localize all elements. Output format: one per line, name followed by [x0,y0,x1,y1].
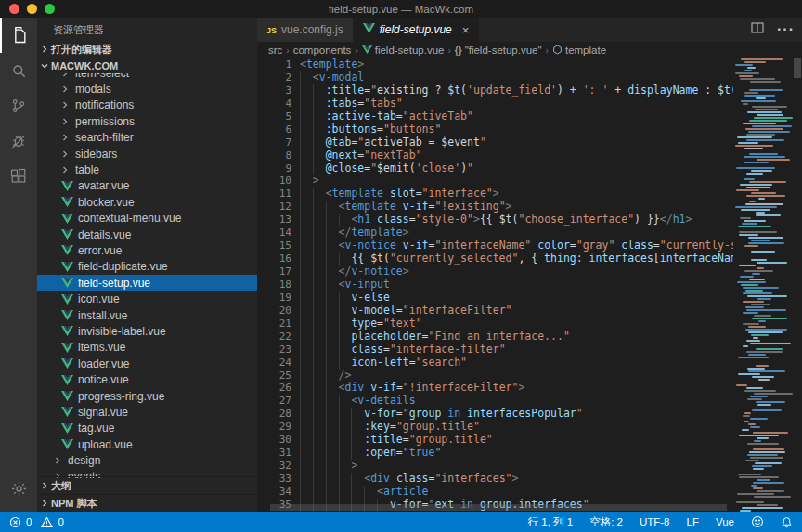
close-window-button[interactable] [9,4,19,14]
code-line[interactable]: 9@close="$emit('close')" [257,162,733,175]
npm-scripts-section[interactable]: NPM 脚本 [37,494,257,512]
code-line[interactable]: 17</v-notice> [257,266,733,279]
code-line[interactable]: 34<article [257,486,733,499]
feedback-smiley-icon[interactable] [751,515,764,528]
tree-item-notifications[interactable]: notifications [37,97,257,113]
code-line[interactable]: 11<template slot="interface"> [257,188,733,201]
debug-icon[interactable] [0,123,37,159]
code-line[interactable]: 4:tabs="tabs" [257,97,733,110]
tree-item-modals[interactable]: modals [37,81,257,97]
horizontal-scrollbar-thumb[interactable] [270,504,727,511]
code-line[interactable]: 27<v-details [257,395,733,408]
code-line[interactable]: 33<div class="interfaces"> [257,473,733,486]
minimap[interactable] [733,58,793,512]
code-line[interactable]: 14</template> [257,227,733,240]
code-line[interactable]: 22placeholder="Find an interface..." [257,331,733,344]
bell-icon[interactable] [781,516,793,528]
zoom-window-button[interactable] [45,4,55,14]
status-eol[interactable]: LF [687,516,699,527]
horizontal-scrollbar[interactable] [257,504,733,511]
breadcrumb-item-field-setup.vue[interactable]: {}"field-setup.vue" [455,45,542,56]
error-count[interactable]: 0 [9,516,32,528]
breadcrumb: src›components›field-setup.vue›{}"field-… [257,42,802,58]
code-line[interactable]: 6:buttons="buttons" [257,123,733,136]
code-line[interactable]: 21type="text" [257,318,733,331]
status-indentation[interactable]: 空格: 2 [589,515,623,529]
tab-vue.config.js[interactable]: JSvue.config.js [257,18,354,42]
code-line[interactable]: 8@next="nextTab" [257,149,733,162]
tree-item-items.vue[interactable]: items.vue [37,340,257,356]
code-line[interactable]: 2<v-modal [257,71,733,84]
extensions-icon[interactable] [0,159,37,194]
tree-item-signal.vue[interactable]: signal.vue [37,404,257,420]
settings-gear-icon[interactable] [0,471,37,506]
vertical-scrollbar[interactable] [793,58,802,512]
code-line[interactable]: 30:title="group.title" [257,434,733,447]
tree-item-field-setup.vue[interactable]: field-setup.vue [37,275,257,291]
status-language-mode[interactable]: Vue [716,516,734,527]
open-editors-section[interactable]: 打开的编辑器 [37,41,257,58]
minimize-window-button[interactable] [27,4,37,14]
tree-item-details.vue[interactable]: details.vue [37,227,257,242]
code-line[interactable]: 26<div v-if="!interfaceFilter"> [257,382,733,395]
code-line[interactable]: 16{{ $t("currently_selected", { thing: i… [257,253,733,266]
warning-count[interactable]: 0 [41,516,63,528]
tree-item-table[interactable]: table [37,162,257,177]
search-icon[interactable] [0,53,37,88]
tree-item-notice.vue[interactable]: notice.vue [37,371,257,387]
close-tab-icon[interactable]: × [462,23,470,37]
tree-item-error.vue[interactable]: error.vue [37,242,257,258]
tree-item-item-select[interactable]: item-select [37,73,257,81]
tree-item-avatar.vue[interactable]: avatar.vue [37,178,257,194]
code-line[interactable]: 24icon-left="search" [257,357,733,370]
code-line[interactable]: 10> [257,175,733,188]
tree-item-blocker.vue[interactable]: blocker.vue [37,194,257,210]
workspace-root-section[interactable]: MACWK.COM [37,58,257,73]
breadcrumb-item-components[interactable]: components [293,45,352,56]
status-cursor-position[interactable]: 行 1, 列 1 [528,515,574,529]
tree-item-progress-ring.vue[interactable]: progress-ring.vue [37,388,257,404]
code-line[interactable]: 1<template> [257,58,733,71]
code-line[interactable]: 32> [257,460,733,473]
tree-item-install.vue[interactable]: install.vue [37,307,257,323]
code-line[interactable]: 29:key="group.title" [257,421,733,434]
tree-item-loader.vue[interactable]: loader.vue [37,356,257,371]
source-control-icon[interactable] [0,88,37,123]
more-actions-icon[interactable]: ··· [777,21,795,38]
tree-item-invisible-label.vue[interactable]: invisible-label.vue [37,323,257,339]
code-line[interactable]: 12<template v-if="!existing"> [257,201,733,214]
code-line[interactable]: 18<v-input [257,279,733,292]
code-line[interactable]: 7@tab="activeTab = $event" [257,136,733,149]
code-line[interactable]: 28v-for="group in interfacesPopular" [257,408,733,421]
tree-item-sidebars[interactable]: sidebars [37,146,257,162]
code-line[interactable]: 20v-model="interfaceFilter" [257,305,733,318]
code-line[interactable]: 23class="interface-filter" [257,344,733,357]
tree-item-field-duplicate.vue[interactable]: field-duplicate.vue [37,259,257,275]
tree-item-permissions[interactable]: permissions [37,113,257,129]
code-line[interactable]: 25/> [257,370,733,383]
breadcrumb-item-field-setup.vue[interactable]: field-setup.vue [362,45,445,56]
code-line[interactable]: 31:open="true" [257,447,733,460]
tree-item-search-filter[interactable]: search-filter [37,130,257,146]
code-line[interactable]: 3:title="existing ? $t('update_field') +… [257,84,733,97]
vertical-scrollbar-thumb[interactable] [794,58,801,78]
tree-item-tag.vue[interactable]: tag.vue [37,421,257,436]
code-line[interactable]: 5:active-tab="activeTab" [257,110,733,123]
outline-section[interactable]: 大纲 [37,476,257,494]
tree-item-design[interactable]: design [37,452,257,468]
tab-field-setup.vue[interactable]: field-setup.vue× [354,18,480,42]
code-line[interactable]: 19v-else [257,292,733,305]
code-editor[interactable]: 1<template>2<v-modal3:title="existing ? … [257,58,733,512]
tree-item-contextual-menu.vue[interactable]: contextual-menu.vue [37,211,257,227]
breadcrumb-item-template[interactable]: template [552,45,606,57]
status-encoding[interactable]: UTF-8 [640,516,670,527]
tree-item-icon.vue[interactable]: icon.vue [37,291,257,306]
split-editor-icon[interactable] [751,21,764,38]
breadcrumb-item-src[interactable]: src [268,45,282,56]
explorer-icon[interactable] [0,18,37,53]
code-line[interactable]: 13<h1 class="style-0">{{ $t("choose_inte… [257,214,733,227]
tree-item-upload.vue[interactable]: upload.vue [37,436,257,452]
code-line[interactable]: 15<v-notice v-if="interfaceName" color="… [257,240,733,253]
problems-status[interactable]: 00 [9,516,64,528]
title-bar[interactable]: field-setup.vue — MacWk.com [0,0,802,18]
